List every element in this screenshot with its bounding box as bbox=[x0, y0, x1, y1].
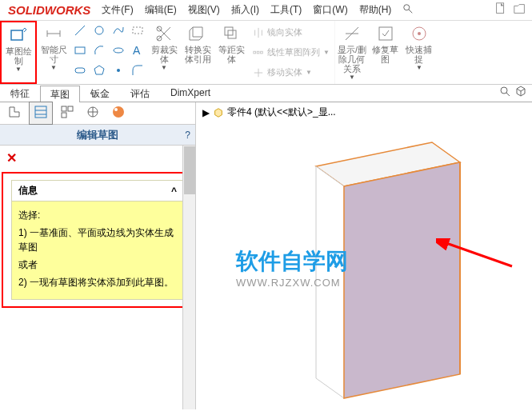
watermark: 软件自学网 WWW.RJZXW.COM bbox=[236, 246, 348, 289]
svg-rect-17 bbox=[254, 51, 256, 54]
view-cube-icon[interactable] bbox=[514, 85, 527, 100]
new-doc-icon[interactable] bbox=[494, 2, 508, 18]
expand-arrow-icon[interactable]: ▶ bbox=[202, 107, 210, 118]
svg-rect-31 bbox=[68, 106, 73, 111]
smart-dimension-button[interactable]: 智能尺 寸 ▼ bbox=[37, 21, 70, 84]
offset-button[interactable]: 等距实 体 bbox=[214, 21, 248, 84]
svg-point-8 bbox=[114, 48, 123, 53]
line-icon[interactable] bbox=[74, 24, 86, 39]
point-icon[interactable] bbox=[112, 64, 125, 79]
move-row[interactable]: 移动实体▼ bbox=[253, 66, 312, 78]
svg-point-37 bbox=[114, 108, 118, 111]
open-doc-icon[interactable] bbox=[513, 2, 527, 18]
fillet-icon[interactable] bbox=[131, 64, 144, 79]
svg-rect-19 bbox=[261, 51, 263, 54]
close-button[interactable]: ✕ bbox=[0, 146, 195, 170]
panel-scrollbar[interactable] bbox=[182, 146, 195, 409]
app-logo: SOLIDWORKS bbox=[0, 2, 97, 18]
graphics-viewport[interactable]: ▶ 零件4 (默认<<默认>_显... 软件自学网 WWW.RJZXW.COM bbox=[196, 102, 532, 409]
arc-icon[interactable] bbox=[93, 44, 106, 59]
chevron-down-icon[interactable]: ▼ bbox=[349, 74, 355, 81]
ellipse-icon[interactable] bbox=[112, 44, 125, 59]
chevron-down-icon[interactable]: ▼ bbox=[50, 64, 57, 71]
tab-evaluate[interactable]: 评估 bbox=[120, 85, 160, 102]
info-or: 或者 bbox=[18, 257, 177, 272]
menu-window[interactable]: 窗口(W) bbox=[308, 2, 352, 18]
menu-help[interactable]: 帮助(H) bbox=[354, 2, 397, 18]
svg-rect-2 bbox=[497, 3, 504, 14]
text-icon[interactable]: A bbox=[131, 44, 144, 59]
svg-rect-3 bbox=[11, 30, 22, 40]
convert-button[interactable]: 转换实 体引用 bbox=[181, 21, 214, 84]
svg-rect-18 bbox=[257, 51, 259, 54]
workspace: 编辑草图 ? ✕ 信息 ^ 选择: 1) 一基准面、平面或边线为实体生成草图 或… bbox=[0, 102, 532, 409]
zoom-fit-icon[interactable] bbox=[498, 85, 511, 100]
tab-sheetmetal[interactable]: 钣金 bbox=[80, 85, 120, 102]
spline-icon[interactable] bbox=[112, 24, 125, 39]
pattern-group: 镜向实体 线性草图阵列▼ 移动实体▼ bbox=[248, 21, 335, 84]
display-relations-button[interactable]: 显示/删 除几何 关系 ▼ bbox=[335, 21, 369, 84]
chevron-down-icon[interactable]: ▼ bbox=[15, 66, 22, 73]
svg-line-26 bbox=[506, 93, 510, 96]
tab-dimxpert[interactable]: DimXpert bbox=[160, 85, 221, 102]
menu-tools[interactable]: 工具(T) bbox=[266, 2, 306, 18]
svg-rect-32 bbox=[62, 113, 66, 118]
rect-icon[interactable] bbox=[74, 44, 86, 59]
smartdim-label: 智能尺 寸 bbox=[41, 45, 67, 64]
mirror-row[interactable]: 镜向实体 bbox=[253, 26, 302, 38]
svg-point-12 bbox=[117, 69, 120, 72]
scrollbar-thumb[interactable] bbox=[184, 146, 195, 194]
menu-file[interactable]: 文件(F) bbox=[97, 2, 138, 18]
trim-button[interactable]: 剪裁实 体 ▼ bbox=[147, 21, 181, 84]
part-name[interactable]: 零件4 (默认<<默认>_显... bbox=[227, 106, 336, 119]
menu-search-icon[interactable] bbox=[398, 2, 418, 18]
circle-icon[interactable] bbox=[93, 24, 106, 39]
svg-point-24 bbox=[418, 32, 421, 35]
svg-rect-7 bbox=[75, 47, 85, 54]
rapid-snap-button[interactable]: 快速捕 捉 ▼ bbox=[402, 21, 436, 84]
polygon-icon[interactable] bbox=[93, 64, 106, 79]
dimxpert-tab-icon[interactable] bbox=[82, 102, 104, 124]
rect-dashed-icon[interactable] bbox=[131, 24, 144, 39]
svg-rect-10 bbox=[75, 68, 85, 73]
propertymanager-tab-icon[interactable] bbox=[29, 102, 53, 125]
svg-point-36 bbox=[113, 106, 124, 118]
svg-point-5 bbox=[95, 26, 103, 34]
panel-title: 编辑草图 bbox=[77, 128, 118, 142]
chevron-down-icon[interactable]: ▼ bbox=[416, 64, 422, 71]
info-body: 选择: 1) 一基准面、平面或边线为实体生成草图 或者 2) 一现有草图将实体添… bbox=[12, 202, 183, 299]
info-option-2: 2) 一现有草图将实体添加到此草图。 bbox=[18, 275, 177, 289]
flyout-tree[interactable]: ▶ 零件4 (默认<<默认>_显... bbox=[202, 106, 336, 119]
annotation-arrow-icon bbox=[436, 238, 516, 270]
help-icon[interactable]: ? bbox=[185, 130, 190, 141]
repair-label: 修复草 图 bbox=[372, 45, 398, 64]
linear-row[interactable]: 线性草图阵列▼ bbox=[253, 46, 330, 58]
featuretree-tab-icon[interactable] bbox=[3, 102, 26, 124]
collapse-chevron-icon[interactable]: ^ bbox=[171, 186, 177, 197]
command-tabs: 特征 草图 钣金 评估 DimXpert bbox=[0, 85, 532, 102]
appearance-tab-icon[interactable] bbox=[107, 102, 130, 124]
repair-button[interactable]: 修复草 图 bbox=[369, 21, 402, 84]
chevron-down-icon[interactable]: ▼ bbox=[161, 64, 167, 71]
sketch-button[interactable]: 草图绘 制 ▼ bbox=[0, 21, 37, 84]
menu-view[interactable]: 视图(V) bbox=[183, 2, 225, 18]
tab-feature[interactable]: 特征 bbox=[0, 85, 40, 102]
menu-insert[interactable]: 插入(I) bbox=[226, 2, 264, 18]
panel-header: 编辑草图 ? bbox=[0, 125, 195, 146]
display-label: 显示/删 除几何 关系 bbox=[338, 45, 366, 74]
svg-point-0 bbox=[404, 5, 410, 10]
tab-sketch[interactable]: 草图 bbox=[40, 86, 80, 102]
ribbon-toolbar: 草图绘 制 ▼ 智能尺 寸 ▼ A 剪裁实 体 ▼ bbox=[0, 21, 532, 85]
svg-marker-40 bbox=[344, 162, 460, 398]
menu-edit[interactable]: 编辑(E) bbox=[140, 2, 182, 18]
slot-icon[interactable] bbox=[74, 64, 86, 79]
configmanager-tab-icon[interactable] bbox=[56, 102, 78, 124]
svg-rect-6 bbox=[133, 27, 142, 34]
svg-line-4 bbox=[75, 26, 85, 35]
info-header[interactable]: 信息 ^ bbox=[12, 181, 183, 202]
convert-label: 转换实 体引用 bbox=[185, 45, 211, 64]
svg-rect-27 bbox=[35, 106, 46, 118]
info-option-1: 1) 一基准面、平面或边线为实体生成草图 bbox=[18, 225, 177, 254]
info-select-label: 选择: bbox=[18, 208, 177, 222]
svg-line-1 bbox=[409, 10, 412, 13]
